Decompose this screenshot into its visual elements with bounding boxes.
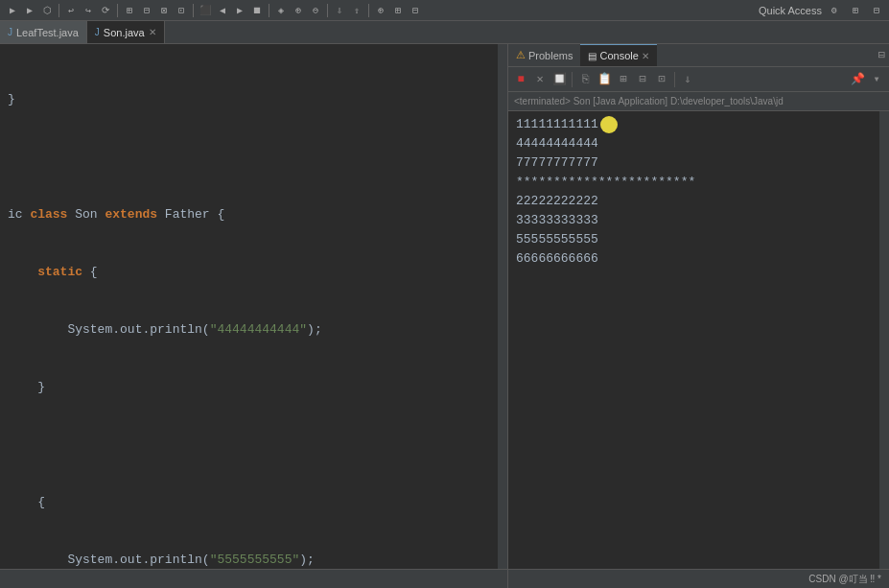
quick-access-label: Quick Access: [759, 5, 822, 16]
sep2: [117, 4, 118, 17]
console-status-text: <terminated> Son [Java Application] D:\d…: [514, 96, 784, 106]
tab-son-label: Son.java: [104, 27, 145, 38]
console-toolbar: ■ ✕ 🔲 ⎘ 📋 ⊞ ⊟ ⊡ ⇓ 📌 ▾: [508, 67, 889, 92]
tab-son-close[interactable]: ✕: [149, 27, 156, 37]
editor-line: System.out.println("44444444444");: [0, 320, 507, 340]
console-output-wrapper: 11111111111 44444444444 77777777777 ****…: [508, 111, 889, 588]
editor-line: }: [0, 378, 507, 397]
toolbar-icon-17[interactable]: ⇧: [349, 3, 364, 18]
editor-line: System.out.println("5555555555");: [0, 551, 507, 570]
status-brand: CSDN @叮当 ‼ *: [808, 573, 881, 586]
toolbar-icon-13[interactable]: ◈: [273, 3, 289, 18]
run2-icon[interactable]: ▶: [22, 3, 37, 18]
toolbar-icon-7[interactable]: ⊠: [156, 3, 172, 18]
console-line-6: 33333333333: [516, 211, 881, 230]
console-sep1: [572, 72, 573, 87]
toolbar-icon-14[interactable]: ⊕: [291, 3, 306, 18]
editor-line: [0, 148, 507, 167]
console-line-2: 44444444444: [516, 134, 881, 153]
first-output-line: 11111111111: [516, 115, 881, 134]
console-icon4[interactable]: ⊟: [634, 71, 651, 88]
tab-console-close[interactable]: ✕: [642, 51, 649, 61]
console-line-8: 66666666666: [516, 249, 881, 269]
console-line-3: 77777777777: [516, 153, 881, 173]
toolbar-icon-18[interactable]: ⊕: [373, 3, 388, 18]
tab-leaftest-label: LeafTest.java: [16, 27, 79, 38]
cursor-marker: [600, 116, 618, 133]
editor-line: {: [0, 493, 507, 512]
console-output[interactable]: 11111111111 44444444444 77777777777 ****…: [508, 111, 889, 588]
console-line-7: 55555555555: [516, 230, 881, 249]
sep4: [269, 4, 269, 17]
console-icon5[interactable]: ⊡: [653, 71, 670, 88]
tab-problems-label: Problems: [528, 50, 573, 61]
toolbar-icon-6[interactable]: ⊟: [139, 3, 154, 18]
toolbar-icon-2[interactable]: ↩: [63, 3, 79, 18]
sep5: [327, 4, 328, 17]
toolbar-icon-9[interactable]: ⬛: [198, 3, 213, 18]
run-icon[interactable]: ▶: [5, 3, 20, 18]
toolbar-icon-20[interactable]: ⊟: [408, 3, 423, 18]
toolbar-icon-12[interactable]: ⏹: [249, 3, 265, 18]
console-pin-icon[interactable]: 📌: [849, 71, 866, 88]
editor-scrollbar[interactable]: [498, 44, 507, 588]
toolbar-icon-10[interactable]: ◀: [215, 3, 230, 18]
console-terminate-icon[interactable]: ■: [512, 71, 529, 88]
toolbar-icon-16[interactable]: ⇩: [332, 3, 347, 18]
toolbar-icon-3[interactable]: ↪: [81, 3, 96, 18]
quick-access-settings-icon[interactable]: ⚙: [827, 3, 842, 18]
tab-son-icon: J: [95, 27, 100, 37]
console-line-4: ************************: [516, 173, 881, 192]
tab-bar: J LeafTest.java J Son.java ✕: [0, 21, 889, 44]
toolbar-icon-15[interactable]: ⊖: [308, 3, 323, 18]
tab-console[interactable]: ▤ Console ✕: [580, 44, 656, 66]
toolbar-icon-5[interactable]: ⊞: [122, 3, 137, 18]
tab-leaftest-icon: J: [8, 27, 12, 37]
editor-line: [0, 435, 507, 455]
console-icon3[interactable]: ⊞: [615, 71, 632, 88]
sep6: [368, 4, 369, 17]
toolbar-icon-1[interactable]: ⬡: [39, 3, 55, 18]
console-line-5: 22222222222: [516, 192, 881, 211]
toolbar: ▶ ▶ ⬡ ↩ ↪ ⟳ ⊞ ⊟ ⊠ ⊡ ⬛ ◀ ▶ ⏹ ◈ ⊕ ⊖ ⇩ ⇧ ⊕ …: [0, 0, 889, 21]
console-remove-icon[interactable]: 🔲: [550, 71, 568, 88]
toolbar-icon-4[interactable]: ⟳: [98, 3, 113, 18]
editor-line: }: [0, 90, 507, 109]
console-clear-icon[interactable]: ✕: [531, 71, 549, 88]
console-paste-icon[interactable]: 📋: [596, 71, 613, 88]
console-line-1: 11111111111: [516, 117, 598, 131]
console-tab-bar: ⚠ Problems ▤ Console ✕ ⊟: [508, 44, 889, 67]
toolbar-icon-19[interactable]: ⊞: [390, 3, 406, 18]
tab-console-label: Console: [599, 50, 638, 61]
toolbar-icon-8[interactable]: ⊡: [174, 3, 189, 18]
right-pane: ⚠ Problems ▤ Console ✕ ⊟ ■ ✕ 🔲 ⎘ 📋 ⊞ ⊟ ⊡: [508, 44, 889, 588]
minimize-icon[interactable]: ⊟: [878, 48, 885, 62]
tab-console-icon: ▤: [588, 51, 597, 61]
editor-line: static {: [0, 263, 507, 282]
sep3: [193, 4, 194, 17]
quick-access-area: Quick Access ⚙ ⊞ ⊟: [759, 3, 885, 18]
editor-content: } ic class Son extends Father { static {…: [0, 44, 507, 588]
console-sep2: [674, 72, 675, 87]
quick-access-icon2[interactable]: ⊟: [869, 3, 884, 18]
sep1: [58, 4, 59, 17]
console-scroll-lock-icon[interactable]: ⇓: [679, 71, 696, 88]
status-bar: CSDN @叮当 ‼ *: [508, 569, 889, 588]
editor-line: ic class Son extends Father {: [0, 205, 507, 224]
editor-pane[interactable]: } ic class Son extends Father { static {…: [0, 44, 508, 588]
console-copy-icon[interactable]: ⎘: [576, 71, 594, 88]
editor-bottom-bar: [0, 569, 508, 588]
console-scrollbar[interactable]: [879, 111, 889, 588]
tab-problems-icon: ⚠: [516, 49, 526, 61]
main-area: } ic class Son extends Father { static {…: [0, 44, 889, 588]
tab-problems[interactable]: ⚠ Problems: [508, 44, 580, 66]
console-status-bar: <terminated> Son [Java Application] D:\d…: [508, 92, 889, 111]
toolbar-icon-11[interactable]: ▶: [232, 3, 247, 18]
quick-access-window-icon[interactable]: ⊞: [848, 3, 863, 18]
tab-son[interactable]: J Son.java ✕: [87, 21, 165, 43]
tab-leaftest[interactable]: J LeafTest.java: [0, 21, 87, 43]
console-dropdown-icon[interactable]: ▾: [868, 71, 885, 88]
